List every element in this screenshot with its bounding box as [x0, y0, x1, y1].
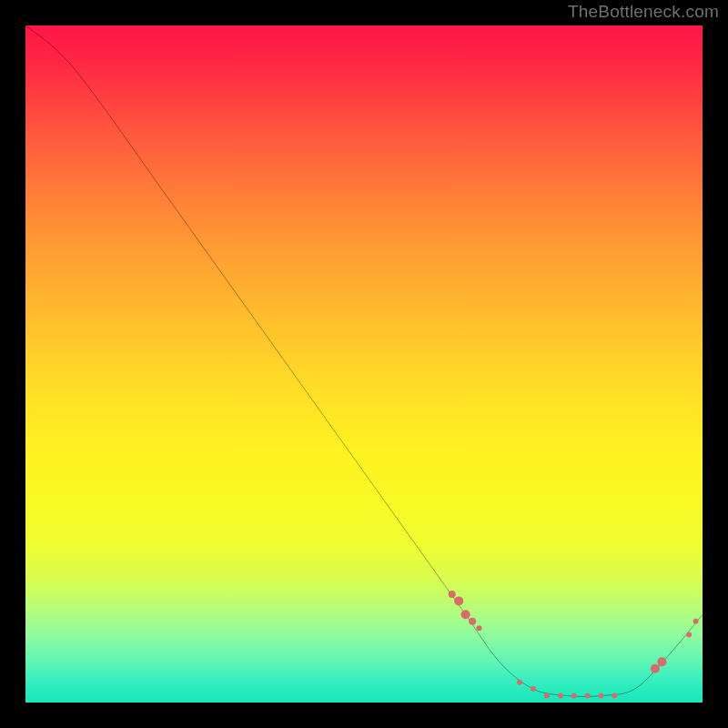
- chart-svg: [25, 25, 703, 703]
- marker-dot: [517, 680, 522, 685]
- marker-dot: [585, 693, 591, 699]
- watermark-text: TheBottleneck.com: [568, 2, 719, 22]
- marker-dot: [612, 693, 617, 699]
- marker-dot: [558, 693, 563, 699]
- marker-dot: [454, 596, 463, 605]
- bottleneck-curve: [25, 25, 703, 697]
- marker-dot: [598, 693, 603, 699]
- marker-dot: [476, 625, 481, 631]
- marker-dot: [461, 610, 470, 619]
- plot-area: [25, 25, 703, 703]
- marker-dot: [469, 618, 476, 625]
- marker-dot: [449, 591, 456, 598]
- marker-dot: [544, 693, 550, 699]
- marker-dot: [686, 632, 692, 638]
- chart-frame: TheBottleneck.com: [0, 0, 728, 728]
- marker-dot: [531, 686, 536, 692]
- marker-dot: [651, 664, 660, 673]
- marker-dot: [693, 619, 699, 624]
- marker-dot: [657, 657, 666, 666]
- marker-dot: [571, 693, 577, 699]
